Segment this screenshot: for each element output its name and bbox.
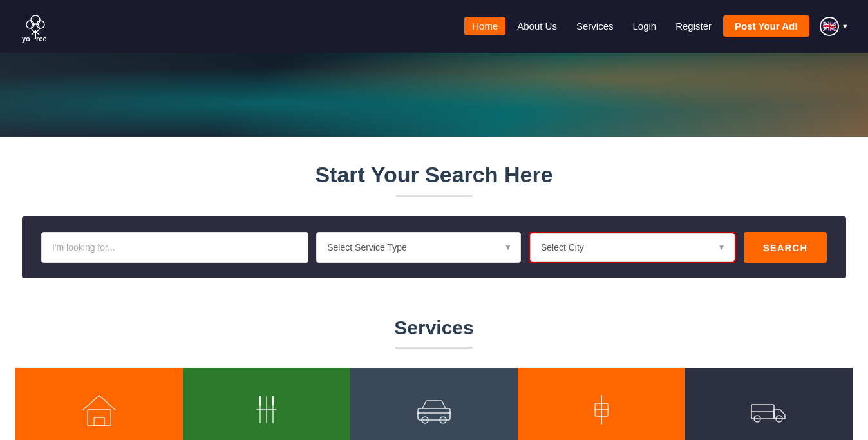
nav-link-home[interactable]: Home bbox=[464, 17, 505, 35]
title-divider bbox=[395, 195, 473, 197]
language-selector[interactable]: 🇬🇧 ▼ bbox=[820, 17, 849, 36]
search-section: Start Your Search Here Select Service Ty… bbox=[0, 137, 868, 291]
tools-icon bbox=[582, 390, 621, 429]
search-button[interactable]: SEARCH bbox=[744, 232, 827, 263]
nav-item-lang[interactable]: 🇬🇧 ▼ bbox=[813, 17, 849, 36]
services-divider bbox=[395, 347, 473, 349]
search-input[interactable] bbox=[41, 232, 308, 263]
hero-banner bbox=[0, 53, 868, 137]
flag-icon: 🇬🇧 bbox=[820, 17, 839, 36]
svg-text:yo: yo bbox=[22, 35, 30, 43]
service-type-select[interactable]: Select Service Type bbox=[316, 232, 521, 263]
service-type-wrapper: Select Service Type ▼ bbox=[316, 232, 521, 263]
city-wrapper: Select City ▼ bbox=[529, 232, 736, 263]
logo[interactable]: yo ree bbox=[19, 10, 52, 43]
navbar: yo ree Home About Us Services Login Regi… bbox=[0, 0, 868, 53]
service-card-tools[interactable] bbox=[518, 368, 685, 440]
car-icon bbox=[415, 390, 453, 429]
nav-link-register[interactable]: Register bbox=[668, 17, 719, 35]
chevron-down-icon: ▼ bbox=[842, 23, 849, 30]
service-card-home[interactable] bbox=[15, 368, 183, 440]
city-select[interactable]: Select City bbox=[530, 233, 735, 262]
post-ad-button[interactable]: Post Your Ad! bbox=[723, 15, 809, 37]
nav-item-register[interactable]: Register bbox=[668, 21, 719, 32]
nav-item-login[interactable]: Login bbox=[625, 21, 664, 32]
truck-icon bbox=[750, 390, 788, 429]
food-icon bbox=[247, 390, 286, 429]
nav-link-about[interactable]: About Us bbox=[509, 17, 565, 35]
service-cards-container bbox=[15, 368, 853, 440]
nav-link-services[interactable]: Services bbox=[569, 17, 621, 35]
nav-link-login[interactable]: Login bbox=[625, 17, 664, 35]
logo-icon: yo ree bbox=[19, 10, 52, 43]
services-section: Services bbox=[0, 291, 868, 440]
service-card-food[interactable] bbox=[183, 368, 350, 440]
search-title: Start Your Search Here bbox=[13, 162, 855, 187]
home-icon bbox=[80, 390, 118, 429]
svg-point-0 bbox=[31, 15, 40, 24]
search-bar-container: Select Service Type ▼ Select City ▼ SEAR… bbox=[22, 216, 846, 278]
services-title: Services bbox=[13, 317, 855, 339]
nav-item-home[interactable]: Home bbox=[464, 21, 505, 32]
service-card-car[interactable] bbox=[350, 368, 518, 440]
nav-item-about[interactable]: About Us bbox=[509, 21, 565, 32]
nav-item-services[interactable]: Services bbox=[569, 21, 621, 32]
nav-item-post-ad[interactable]: Post Your Ad! bbox=[723, 21, 809, 32]
service-card-truck[interactable] bbox=[685, 368, 853, 440]
svg-text:ree: ree bbox=[36, 35, 47, 43]
nav-links: Home About Us Services Login Register Po… bbox=[464, 17, 849, 36]
svg-rect-10 bbox=[94, 417, 104, 426]
